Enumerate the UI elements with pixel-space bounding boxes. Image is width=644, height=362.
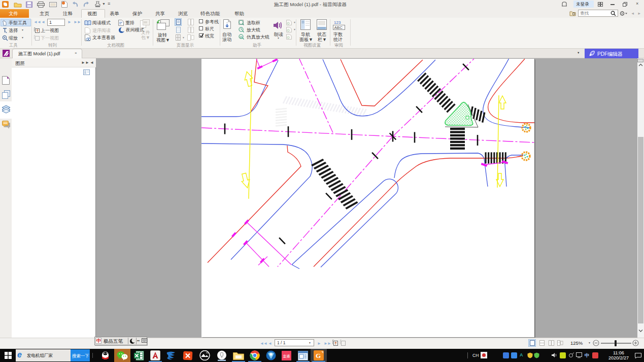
svg-text:123: 123 [334, 20, 341, 25]
svg-text:G: G [316, 352, 321, 359]
svg-text:@: @ [240, 35, 243, 39]
svg-text:ABC: ABC [334, 25, 343, 30]
svg-text:直播: 直播 [283, 354, 290, 358]
